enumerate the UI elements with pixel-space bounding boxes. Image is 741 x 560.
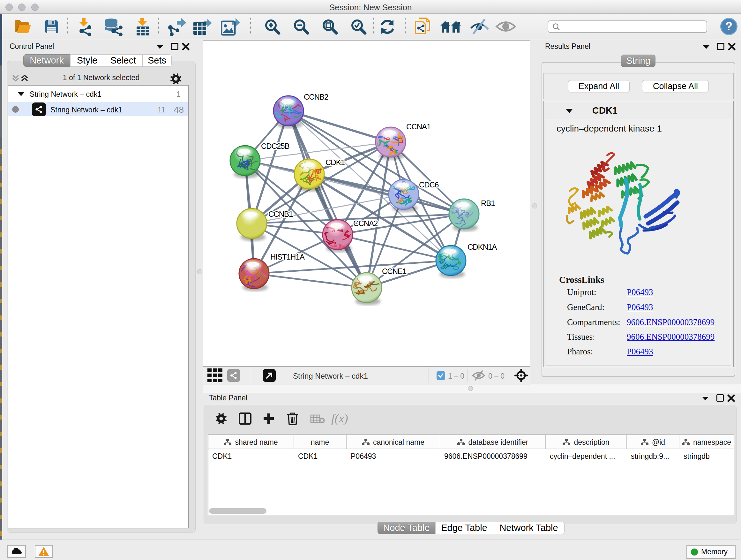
- svg-text:RB1: RB1: [481, 199, 495, 207]
- svg-text:CDKN1A: CDKN1A: [468, 243, 497, 251]
- svg-text:CCNB2: CCNB2: [304, 92, 328, 101]
- svg-text:CCNA1: CCNA1: [406, 122, 431, 131]
- svg-text:CDC25B: CDC25B: [261, 142, 289, 150]
- svg-text:CCNB1: CCNB1: [268, 210, 293, 219]
- svg-text:CCNE1: CCNE1: [382, 267, 407, 275]
- svg-text:CCNA2: CCNA2: [353, 219, 378, 228]
- svg-text:CDC6: CDC6: [419, 180, 439, 189]
- svg-text:CDK1: CDK1: [326, 158, 345, 167]
- svg-text:HIST1H1A: HIST1H1A: [270, 253, 305, 261]
